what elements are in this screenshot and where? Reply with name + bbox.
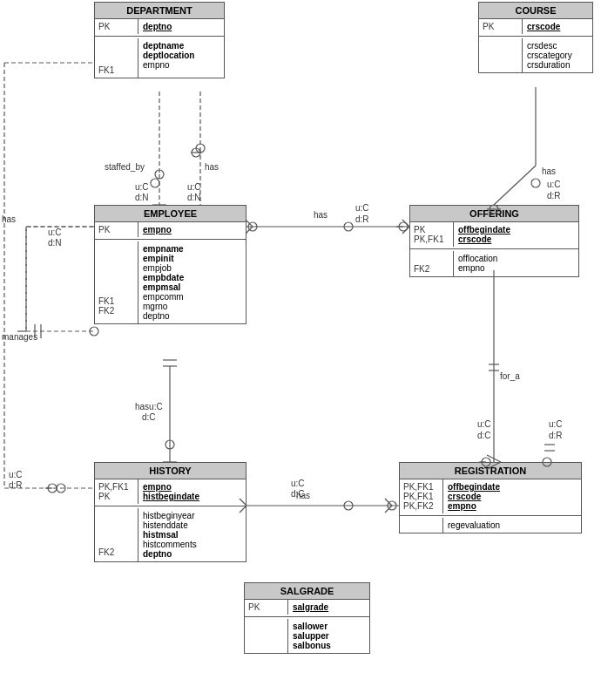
erd-diagram: COURSE PK crscode crsdesc crscategory cr… (0, 0, 601, 700)
ucdc-off-reg: u:C (477, 419, 491, 429)
ucdc-hist-reg2: d:C (291, 489, 305, 499)
dept-pk-attr: deptno (143, 22, 172, 31)
hist-attr-deptno: deptno (143, 549, 197, 559)
manages-label: manages (2, 332, 37, 342)
ucdc-off-reg2: d:C (477, 431, 491, 440)
off-pk-attr1: offbegindate (458, 225, 510, 234)
sal-pk-attr: salgrade (293, 602, 328, 612)
ucdr-emp-off: u:C (355, 203, 369, 213)
svg-line-17 (402, 227, 409, 234)
ucd-has-dept: u:C (187, 182, 201, 192)
hist-pkfk1-label: PK,FK1 (98, 482, 134, 492)
dr-course: d:R (547, 191, 561, 200)
course-title: COURSE (479, 3, 592, 19)
ucdr-off-reg2: u:C (549, 419, 563, 429)
dept-attr-deptlocation: deptlocation (143, 51, 194, 60)
hist-attr-histcomments: histcomments (143, 540, 197, 549)
department-entity: DEPARTMENT PK deptno FK1 deptname deptlo… (94, 2, 225, 78)
emp-fk1-label: FK1 (98, 296, 134, 306)
course-pk-label: PK (483, 22, 518, 31)
emp-attr-empbdate: empbdate (143, 273, 184, 282)
svg-point-55 (48, 484, 57, 493)
hist-pk-attr1: empno (143, 482, 199, 492)
emp-pk-label: PK (98, 225, 134, 234)
course-attr-crsdesc: crsdesc (527, 41, 572, 51)
svg-line-60 (385, 499, 392, 506)
hist-pk-attr2: histbegindate (143, 492, 199, 501)
emp-off-has-label: has (314, 210, 328, 220)
ucdr-off-reg3: d:R (549, 431, 563, 440)
off-attr-empno: empno (458, 263, 497, 273)
emp-attr-empjob: empjob (143, 263, 184, 273)
off-pk-label: PK (414, 225, 449, 234)
salgrade-entity: SALGRADE PK salgrade sallower salupper s… (244, 582, 370, 654)
course-entity: COURSE PK crscode crsdesc crscategory cr… (478, 2, 593, 73)
hist-attr-histbeginyear: histbeginyear (143, 511, 197, 520)
emp-attr-empmsal: empmsal (143, 282, 184, 292)
hist-attr-histenddate: histenddate (143, 520, 197, 530)
staffed-by-label: staffed_by (105, 162, 145, 172)
emp-attr-empname: empname (143, 244, 184, 254)
sal-attr-sallower: sallower (293, 622, 331, 631)
offering-entity: OFFERING PK PK,FK1 offbegindate crscode … (409, 205, 579, 277)
reg-attr-regevaluation: regevaluation (448, 520, 500, 530)
svg-point-41 (399, 222, 408, 231)
department-title: DEPARTMENT (95, 3, 224, 19)
offering-title: OFFERING (410, 206, 578, 222)
emp-attr-empcomm: empcomm (143, 292, 184, 302)
course-attr-crsduration: crsduration (527, 60, 572, 70)
hasu-label: hasu:C (135, 402, 163, 411)
svg-point-11 (165, 440, 174, 449)
salgrade-title: SALGRADE (245, 583, 369, 600)
ucdr-emp-off2: d:R (355, 214, 369, 224)
svg-point-2 (155, 170, 164, 179)
ucdr-left-loop2: d:R (9, 480, 23, 490)
reg-pk-attr2: crscode (448, 492, 500, 501)
svg-line-16 (402, 220, 409, 227)
svg-point-49 (90, 327, 98, 336)
course-attr-crscategory: crscategory (527, 51, 572, 60)
sal-attr-salbonus: salbonus (293, 641, 331, 650)
ucdr-left-loop: u:C (9, 470, 23, 479)
employee-title: EMPLOYEE (95, 206, 246, 222)
svg-point-27 (344, 501, 353, 510)
off-pk-attr2: crscode (458, 234, 510, 244)
svg-line-61 (385, 506, 392, 513)
registration-title: REGISTRATION (400, 463, 581, 479)
reg-pkfk1-label1: PK,FK1 (403, 482, 439, 492)
dept-emp-has-label: has (205, 162, 219, 172)
svg-point-20 (531, 179, 540, 187)
hist-reg-has-label: has (296, 491, 310, 500)
reg-pkfk1-label2: PK,FK1 (403, 492, 439, 501)
dept-attr-empno: empno (143, 60, 194, 70)
history-entity: HISTORY PK,FK1 PK empno histbegindate FK… (94, 462, 246, 562)
svg-line-19 (494, 166, 536, 205)
hist-attr-histmsal: histmsal (143, 530, 197, 540)
ucd-staffedby: u:C (135, 182, 149, 192)
dn-manages: d:N (48, 238, 62, 248)
sal-attr-salupper: salupper (293, 631, 331, 641)
emp-fk2-label: FK2 (98, 306, 134, 316)
reg-pk-attr1: offbegindate (448, 482, 500, 492)
emp-pk-attr: empno (143, 225, 172, 234)
reg-pkfk2-label: PK,FK2 (403, 501, 439, 511)
svg-point-47 (192, 148, 200, 157)
svg-line-45 (246, 227, 253, 234)
ucdc-hist-reg: u:C (291, 479, 305, 488)
off-fk2-label: FK2 (414, 264, 449, 274)
history-title: HISTORY (95, 463, 246, 479)
uc-course: u:C (547, 180, 561, 189)
sal-pk-label: PK (248, 602, 284, 612)
reg-pk-attr3: empno (448, 501, 500, 511)
udn-staffedby: d:N (135, 193, 149, 202)
emp-attr-empinit: empinit (143, 254, 184, 263)
svg-point-43 (248, 222, 257, 231)
svg-line-44 (246, 220, 253, 227)
svg-point-6 (196, 144, 205, 153)
svg-point-31 (57, 484, 65, 493)
emp-attr-mgrno: mgrno (143, 302, 184, 311)
registration-entity: REGISTRATION PK,FK1 PK,FK1 PK,FK2 offbeg… (399, 462, 582, 533)
course-off-has: has (542, 167, 556, 176)
svg-point-46 (151, 179, 159, 187)
course-pk-attr: crscode (527, 22, 560, 31)
